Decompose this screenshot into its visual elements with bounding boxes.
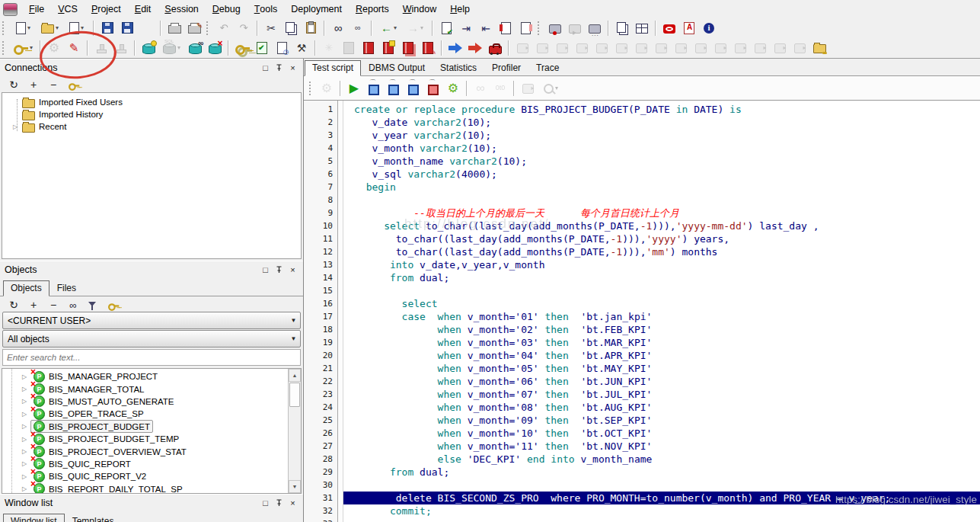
code-line[interactable]: begin: [343, 181, 980, 194]
tab-templates[interactable]: Templates: [65, 514, 122, 522]
code-line[interactable]: create or replace procedure BIS_PROJECT_…: [343, 103, 980, 116]
new-session-button[interactable]: [139, 40, 158, 56]
oracle-home-button[interactable]: [660, 20, 678, 37]
menu-session[interactable]: Session: [158, 0, 205, 18]
menu-deployment[interactable]: Deployment: [284, 0, 349, 18]
code-line[interactable]: when v_month='06' then 'bt.JUN_KPI': [343, 375, 980, 388]
code-line[interactable]: when v_month='03' then 'bt.MAR_KPI': [343, 336, 980, 349]
object-item-bis-report-daily-total-sp[interactable]: ▷PBIS_REPORT_DAILY_TOTAL_SP: [2, 483, 301, 494]
find-button[interactable]: ∞: [329, 20, 347, 37]
objects-list[interactable]: ▷PBIS_MANAGER_PROJECT▷PBIS_MANAGER_TOTAL…: [2, 368, 302, 494]
code-line[interactable]: v_date varchar2(10);: [343, 116, 980, 129]
code-editor[interactable]: 1234567891011121314151617181920212223242…: [304, 101, 980, 522]
tree-item-imported-fixed-users[interactable]: Imported Fixed Users: [2, 96, 301, 108]
expander-icon[interactable]: ▷: [22, 411, 30, 418]
copy-button[interactable]: [282, 20, 300, 37]
expander-icon[interactable]: ▷: [22, 460, 30, 467]
object-filter-dropdown[interactable]: All objects ▼: [2, 330, 301, 347]
explain-plan-button[interactable]: [273, 40, 291, 56]
tab-window-list[interactable]: Window list: [3, 514, 65, 522]
code-line[interactable]: when v_month='04' then 'bt.APR_KPI': [343, 349, 980, 362]
maximize-panel-button[interactable]: □: [260, 498, 271, 509]
tree-item-recent[interactable]: ▷Recent: [2, 120, 301, 133]
toolbar-handle[interactable]: [538, 21, 541, 35]
maximize-panel-button[interactable]: □: [260, 62, 271, 74]
tree-item-imported-history[interactable]: Imported History: [2, 108, 301, 120]
object-item-bis-manager-total[interactable]: ▷PBIS_MANAGER_TOTAL: [2, 383, 301, 395]
object-item-bis-project-budget-temp[interactable]: ▷PBIS_PROJECT_BUDGET_TEMP: [2, 433, 301, 445]
expander-icon[interactable]: ▷: [13, 123, 22, 130]
cascade-windows-button[interactable]: [613, 20, 631, 37]
expander-icon[interactable]: ▷: [22, 423, 30, 430]
code-line[interactable]: else 'DEC_KPI' end into v_month_name: [343, 453, 980, 466]
step-out-button[interactable]: [404, 80, 423, 97]
object-item-bis-quic-report[interactable]: ▷PBIS_QUIC_REPORT: [2, 458, 301, 470]
cut-button[interactable]: ✂: [262, 20, 280, 37]
kill-session-button[interactable]: [206, 40, 224, 56]
code-line[interactable]: when v_month='05' then 'bt.MAY_KPI': [343, 362, 980, 375]
tab-dbms-output[interactable]: DBMS Output: [361, 60, 433, 76]
tab-test-script[interactable]: Test script: [305, 60, 361, 76]
code-line[interactable]: --取当日的上个月的最后一天 每个月首日统计上个月: [343, 207, 980, 219]
selection-right-button[interactable]: [516, 20, 535, 37]
execute-test-button[interactable]: ▶: [345, 80, 363, 97]
code-line[interactable]: [343, 479, 980, 492]
expander-icon[interactable]: ▷: [22, 373, 30, 380]
run-script-button[interactable]: [466, 40, 484, 56]
break-button[interactable]: ✎: [65, 40, 83, 56]
tab-trace[interactable]: Trace: [528, 60, 567, 76]
code-line[interactable]: v_sql varchar2(4000);: [343, 168, 980, 181]
code-line[interactable]: v_year varchar2(10);: [343, 129, 980, 142]
menu-debug[interactable]: Debug: [206, 0, 247, 18]
expander-icon[interactable]: ▷: [22, 386, 30, 392]
print-setup-button[interactable]: [185, 20, 203, 37]
object-item-bis-project-overview-stat[interactable]: ▷PBIS_PROJECT_OVERVIEW_STAT: [2, 445, 301, 457]
add-object-button[interactable]: +: [27, 299, 40, 311]
save-as-button[interactable]: [118, 20, 136, 37]
unindent-button[interactable]: ⇤: [477, 20, 495, 37]
menu-tools[interactable]: Tools: [247, 0, 285, 18]
menu-file[interactable]: File: [22, 0, 51, 18]
object-item-bis-manager-project[interactable]: ▷PBIS_MANAGER_PROJECT: [2, 370, 301, 383]
schema-dropdown[interactable]: <CURRENT USER> ▼: [2, 312, 301, 329]
scrollbar-thumb[interactable]: [289, 383, 300, 407]
save-button[interactable]: [98, 20, 117, 37]
check-document-button[interactable]: [437, 20, 455, 37]
macro-library-button[interactable]: [586, 20, 604, 37]
code-line[interactable]: when v_month='02' then 'bt.FEB_KPI': [343, 323, 980, 336]
close-panel-button[interactable]: ×: [287, 498, 298, 509]
scroll-down-icon[interactable]: ▼: [289, 480, 301, 493]
scroll-up-icon[interactable]: ▲: [289, 369, 301, 382]
close-panel-button[interactable]: ×: [287, 62, 298, 74]
run-to-exception-button[interactable]: [424, 80, 442, 97]
code-line[interactable]: commit;: [343, 504, 980, 517]
expander-icon[interactable]: ▷: [22, 485, 30, 492]
code-line[interactable]: when v_month='10' then 'bt.OCT_KPI': [343, 427, 980, 440]
code-line[interactable]: [343, 517, 980, 522]
logon-button[interactable]: ▾: [11, 40, 36, 56]
filter-key-button[interactable]: [107, 299, 119, 311]
pdf-export-button[interactable]: [680, 20, 698, 37]
object-item-bis-must-auto-generate[interactable]: ▷PBIS_MUST_AUTO_GENERATE: [2, 396, 301, 408]
menu-help[interactable]: Help: [443, 0, 477, 18]
step-over-button[interactable]: [385, 80, 403, 97]
code-line[interactable]: select: [343, 297, 980, 310]
code-text-area[interactable]: create or replace procedure BIS_PROJECT_…: [343, 101, 980, 522]
code-line[interactable]: [343, 284, 980, 297]
refresh-objects-button[interactable]: ↻: [8, 299, 20, 311]
code-line-highlighted[interactable]: delete BIS_SECOND_ZS_PRO where PRO_MONTH…: [343, 492, 980, 504]
tab-statistics[interactable]: Statistics: [433, 60, 484, 76]
toolbar-handle[interactable]: [2, 41, 6, 55]
test-window-button[interactable]: [253, 40, 271, 56]
close-panel-button[interactable]: ×: [287, 264, 298, 276]
menu-window[interactable]: Window: [396, 0, 443, 18]
selection-left-button[interactable]: [496, 20, 515, 37]
expander-icon[interactable]: ▷: [22, 473, 30, 480]
tile-windows-button[interactable]: [633, 20, 651, 37]
expander-icon[interactable]: ▷: [22, 398, 30, 405]
code-line[interactable]: to_char((last_day(add_months(P_DATE,-1))…: [343, 245, 980, 258]
compile-note-button[interactable]: [379, 40, 397, 56]
step-into-button[interactable]: [365, 80, 383, 97]
code-line[interactable]: when v_month='11' then 'bt.NOV_KPI': [343, 440, 980, 453]
change-password-button[interactable]: [233, 40, 251, 56]
